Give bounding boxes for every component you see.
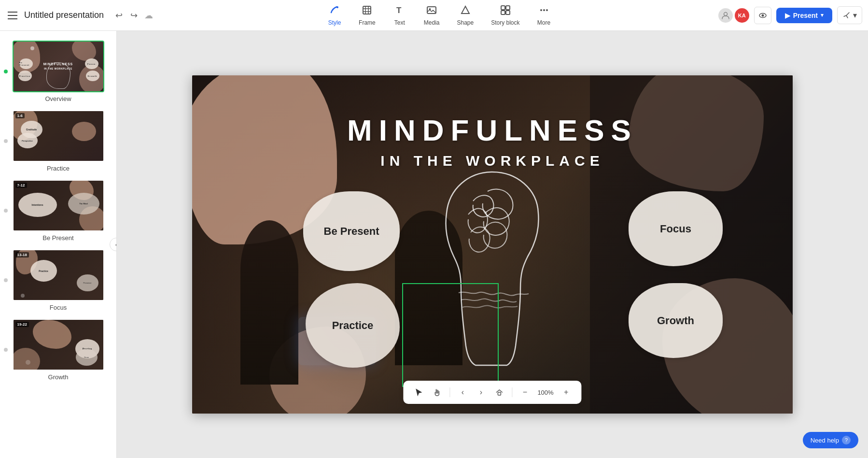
more-icon: [539, 5, 549, 18]
slide-indicator-focus: [4, 278, 8, 282]
svg-rect-7: [506, 6, 510, 10]
slide-badge-practice: 1-6: [15, 113, 25, 118]
frame-label: Frame: [359, 19, 376, 26]
undo-button[interactable]: ↩: [112, 8, 126, 23]
media-label: Media: [424, 19, 440, 26]
zoom-in-button[interactable]: +: [559, 385, 574, 400]
need-help-label: Need help: [811, 437, 839, 444]
share-caret: ▾: [853, 11, 857, 20]
slide-badge-focus: 13-18: [15, 252, 29, 258]
presentation-title[interactable]: Untitled presentation: [24, 10, 104, 20]
topic-blob-practice[interactable]: Practice: [306, 283, 400, 368]
thumb-growth-bg: 19-22 Practice Grow: [14, 320, 103, 370]
slide-badge-growth: 19-22: [15, 322, 29, 327]
prev-slide-button[interactable]: ‹: [455, 385, 470, 400]
collaborator-avatar: [718, 8, 733, 23]
share-button[interactable]: ▾: [837, 6, 862, 24]
slide-item-focus[interactable]: 13-18 Practice Presence Focus: [0, 245, 116, 315]
svg-point-10: [540, 9, 542, 11]
thumb-practice-bg: 1-6 Gratitude Perspective: [14, 111, 103, 161]
avatar-group: KA: [718, 8, 749, 23]
tool-media[interactable]: Media: [416, 2, 448, 29]
svg-rect-6: [501, 6, 505, 10]
tool-style[interactable]: Style: [320, 2, 349, 29]
svg-text:T: T: [396, 6, 402, 15]
home-slide-button[interactable]: [491, 385, 507, 400]
need-help-button[interactable]: Need help ?: [803, 432, 858, 448]
svg-rect-1: [363, 6, 371, 14]
blob-label-growth: Growth: [657, 315, 694, 327]
zoom-level: 100%: [535, 389, 555, 396]
slide-badge-bepresent: 7-12: [15, 183, 27, 188]
tool-more[interactable]: More: [530, 2, 559, 29]
storyblock-label: Story block: [491, 19, 519, 26]
preview-button[interactable]: [754, 7, 771, 24]
slide-canvas[interactable]: MINDFULNESS IN THE WORKPLACE: [192, 75, 793, 414]
present-label: Present: [793, 12, 818, 19]
zoom-out-button[interactable]: −: [517, 385, 532, 400]
tool-storyblock[interactable]: Story block: [483, 2, 527, 29]
slide-thumbnail-bepresent: 7-12 Intentions The Mind: [13, 180, 104, 231]
slide-thumbnail-overview: MINDFULNESSIN THE WORKPLACE Be Present P…: [13, 41, 104, 92]
storyblock-icon: [500, 5, 511, 18]
slide-indicator-bepresent: [4, 209, 8, 213]
main-content: ‹ MINDFULNESSIN THE WORKPLACE Be Present: [0, 31, 868, 458]
thumb-bepresent-bg: 7-12 Intentions The Mind: [14, 181, 103, 230]
svg-point-11: [543, 9, 545, 11]
svg-rect-16: [498, 392, 501, 395]
toolbar-left: Untitled presentation ↩ ↪ ☁: [6, 8, 160, 23]
topic-blob-growth[interactable]: Growth: [629, 283, 723, 358]
cloud-save-icon: ☁: [144, 10, 153, 21]
svg-rect-3: [427, 7, 436, 14]
frame-icon: [362, 5, 372, 18]
help-circle-icon: ?: [842, 436, 851, 444]
topic-blob-focus[interactable]: Focus: [629, 191, 723, 266]
slide-panel: ‹ MINDFULNESSIN THE WORKPLACE Be Present: [0, 31, 117, 458]
slide-label-growth: Growth: [48, 373, 69, 381]
user-avatar: KA: [735, 8, 749, 23]
style-icon: [329, 5, 340, 18]
tool-text[interactable]: T Text: [385, 2, 414, 29]
tool-frame[interactable]: Frame: [351, 2, 383, 29]
slide-item-practice[interactable]: 1-6 Gratitude Perspective Practice: [0, 106, 116, 176]
slide-indicator-practice: [4, 139, 8, 143]
slide-title: MINDFULNESS: [192, 114, 793, 147]
slide-label-focus: Focus: [50, 304, 67, 311]
toolbar-center: Style Frame T Text Media: [160, 2, 718, 29]
media-icon: [426, 5, 437, 18]
slide-item-overview[interactable]: MINDFULNESSIN THE WORKPLACE Be Present P…: [0, 37, 116, 106]
slide-label-practice: Practice: [47, 165, 70, 172]
brain-illustration: [410, 143, 574, 375]
canvas-area: MINDFULNESS IN THE WORKPLACE: [117, 31, 868, 458]
shape-label: Shape: [457, 19, 474, 26]
svg-point-15: [761, 14, 764, 16]
blob-label-practice: Practice: [332, 319, 374, 332]
hand-tool-button[interactable]: [429, 385, 445, 400]
slide-indicator-growth: [4, 348, 8, 352]
slide-thumbnail-growth: 19-22 Practice Grow: [13, 319, 104, 371]
slide-thumbnail-practice: 1-6 Gratitude Perspective: [13, 110, 104, 162]
bottom-nav-toolbar: ‹ › − 100% +: [403, 381, 581, 404]
toolbar: Untitled presentation ↩ ↪ ☁ Style Frame …: [0, 0, 868, 31]
cursor-tool-button[interactable]: [411, 385, 426, 400]
tool-shape[interactable]: Shape: [449, 2, 481, 29]
topic-blob-be-present[interactable]: Be Present: [303, 191, 400, 271]
present-caret: ▾: [821, 12, 824, 18]
slide-item-growth[interactable]: 19-22 Practice Grow Growth: [0, 315, 116, 385]
svg-rect-9: [506, 11, 510, 14]
present-button[interactable]: ▶ Present ▾: [776, 8, 832, 23]
undo-redo-group: ↩ ↪ ☁: [112, 8, 153, 23]
style-label: Style: [328, 19, 341, 26]
hamburger-icon[interactable]: [6, 9, 19, 22]
svg-rect-8: [501, 11, 505, 14]
blob-label-be-present: Be Present: [324, 225, 379, 238]
redo-button[interactable]: ↪: [127, 8, 140, 23]
text-icon: T: [394, 5, 405, 18]
slide-label-bepresent: Be Present: [42, 234, 73, 242]
next-slide-button[interactable]: ›: [473, 385, 489, 400]
present-icon: ▶: [785, 12, 790, 19]
slide-item-bepresent[interactable]: 7-12 Intentions The Mind Be Present: [0, 176, 116, 245]
slide-indicator-overview: [4, 70, 8, 73]
toolbar-right: KA ▶ Present ▾ ▾: [718, 6, 862, 24]
svg-marker-5: [462, 6, 469, 14]
